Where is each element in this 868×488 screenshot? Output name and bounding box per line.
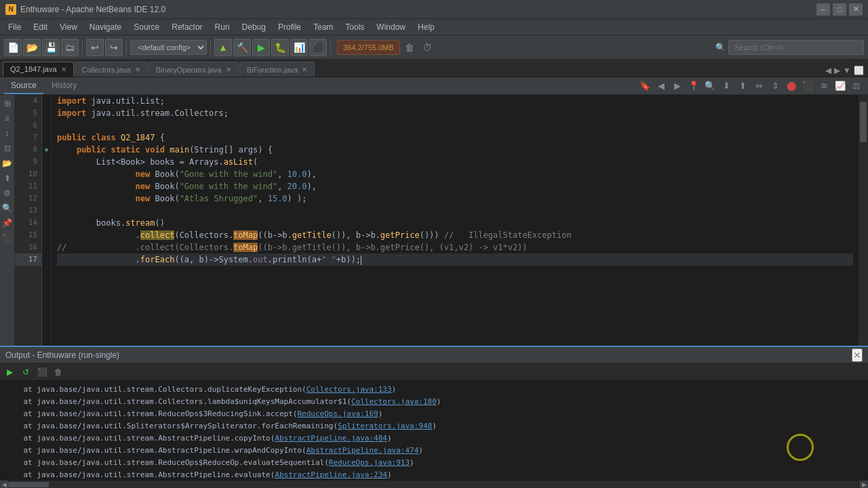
code-line-10: new Book("Gone with the wind", 10.0), bbox=[57, 168, 853, 180]
toggle-bookmarks-button[interactable]: 🔖 bbox=[637, 79, 652, 94]
undo-button[interactable]: ↩ bbox=[86, 39, 104, 56]
tab-q2[interactable]: Q2_1847.java ✕ bbox=[3, 62, 74, 77]
find-prev-button[interactable]: ⬆ bbox=[735, 79, 750, 94]
sidebar-icon-3[interactable]: ↕ bbox=[1, 127, 14, 140]
sidebar-icon-10[interactable]: ⬛ bbox=[1, 232, 14, 244]
tab-nav-left[interactable]: ◀ bbox=[824, 64, 833, 77]
sidebar-icon-8[interactable]: 🔍 bbox=[1, 202, 14, 214]
scrollbar-thumb[interactable] bbox=[860, 102, 867, 142]
sidebar-icon-2[interactable]: ≡ bbox=[1, 113, 14, 125]
tab-collectors[interactable]: Collectors.java ✕ bbox=[75, 62, 148, 77]
link-collectors-180[interactable]: Collectors.java:180 bbox=[351, 397, 437, 406]
code-editor[interactable]: 4 5 6 7 8 9 10 11 12 13 14 15 16 17 bbox=[15, 95, 868, 346]
next-button[interactable]: ▶ bbox=[670, 79, 685, 94]
chart-button[interactable]: 📈 bbox=[833, 79, 848, 94]
search-input[interactable] bbox=[728, 40, 864, 55]
stop-here-button[interactable]: ⬛ bbox=[800, 79, 815, 94]
menu-bar: File Edit View Navigate Source Refactor … bbox=[0, 19, 868, 35]
breakpoint-button[interactable]: ⬤ bbox=[784, 79, 799, 94]
profile-project-button[interactable]: 📊 bbox=[290, 39, 308, 56]
editor-scrollbar[interactable] bbox=[859, 95, 868, 346]
link-collectors-133[interactable]: Collectors.java:133 bbox=[307, 385, 392, 394]
link-spliterators-948[interactable]: Spliterators.java:948 bbox=[338, 422, 432, 430]
code-content[interactable]: import java.util.List; import java.util.… bbox=[52, 95, 859, 346]
save-button[interactable]: 💾 bbox=[42, 39, 60, 56]
tab-bifunction-close[interactable]: ✕ bbox=[302, 66, 307, 73]
output-run-button[interactable]: ▶ bbox=[3, 365, 16, 379]
sidebar-icon-7[interactable]: ⚙ bbox=[1, 187, 14, 199]
link-reduceops-913[interactable]: ReduceOps.java:913 bbox=[329, 458, 410, 467]
link-abstractpipeline-474[interactable]: AbstractPipeline.java:474 bbox=[307, 446, 419, 455]
tab-binaryoperator[interactable]: BinaryOperator.java ✕ bbox=[149, 62, 239, 77]
search-code-button[interactable]: 🔍 bbox=[703, 79, 717, 94]
menu-team[interactable]: Team bbox=[308, 20, 338, 35]
stop-button[interactable]: ⬛ bbox=[309, 39, 327, 56]
output-stop-button[interactable]: ⬛ bbox=[35, 365, 49, 379]
toggle-match-button[interactable]: ⇕ bbox=[768, 79, 783, 94]
find-button[interactable]: ⬇ bbox=[719, 79, 734, 94]
menu-run[interactable]: Run bbox=[210, 20, 235, 35]
output-clear-button[interactable]: 🗑 bbox=[52, 365, 65, 379]
line-num-9: 9 bbox=[15, 156, 41, 168]
redo-button[interactable]: ↪ bbox=[105, 39, 123, 56]
hscroll-right[interactable]: ▶ bbox=[860, 481, 868, 489]
run-project-button[interactable]: ▶ bbox=[252, 39, 270, 56]
gc-button[interactable]: 🗑 bbox=[401, 39, 418, 56]
prev-button[interactable]: ◀ bbox=[654, 79, 669, 94]
sidebar-icon-5[interactable]: 📂 bbox=[1, 157, 14, 169]
toggle-find-button[interactable]: ⇔ bbox=[751, 79, 766, 94]
diff2-button[interactable]: ⚖ bbox=[849, 79, 864, 94]
menu-debug[interactable]: Debug bbox=[237, 20, 271, 35]
output-close-button[interactable]: ✕ bbox=[852, 348, 863, 362]
tab-nav-menu[interactable]: ▼ bbox=[842, 64, 852, 77]
link-abstractpipeline-484[interactable]: AbstractPipeline.java:484 bbox=[275, 434, 387, 443]
sidebar-icon-6[interactable]: ⬆ bbox=[1, 172, 14, 184]
output-hscrollbar[interactable]: ◀ ▶ bbox=[0, 480, 868, 488]
fold-6 bbox=[42, 119, 51, 131]
save-all-button[interactable]: 🗂 bbox=[61, 39, 79, 56]
history-tab[interactable]: History bbox=[45, 78, 83, 94]
tab-collectors-close[interactable]: ✕ bbox=[135, 66, 140, 73]
tab-bifunction[interactable]: BiFunction.java ✕ bbox=[239, 62, 315, 77]
link-abstractpipeline-234[interactable]: AbstractPipeline.java:234 bbox=[275, 470, 387, 479]
editor-toolbar: 🔖 ◀ ▶ 📍 🔍 ⬇ ⬆ ⇔ ⇕ ⬤ ⬛ ≋ 📈 ⚖ bbox=[637, 79, 864, 94]
tab-q2-close[interactable]: ✕ bbox=[61, 66, 66, 73]
source-tab[interactable]: Source bbox=[4, 78, 43, 94]
diff-button[interactable]: ≋ bbox=[816, 79, 831, 94]
open-button[interactable]: 📂 bbox=[23, 39, 41, 56]
build-project-button[interactable]: ▲ bbox=[214, 39, 232, 56]
debug-project-button[interactable]: 🐛 bbox=[271, 39, 289, 56]
link-reduceops-169[interactable]: ReduceOps.java:169 bbox=[297, 409, 378, 418]
menu-view[interactable]: View bbox=[54, 20, 83, 35]
menu-tools[interactable]: Tools bbox=[340, 20, 370, 35]
close-button[interactable]: ✕ bbox=[849, 3, 863, 16]
new-file-button[interactable]: 📄 bbox=[4, 39, 22, 56]
sidebar-icon-9[interactable]: 📌 bbox=[1, 217, 14, 229]
menu-window[interactable]: Window bbox=[371, 20, 411, 35]
menu-source[interactable]: Source bbox=[128, 20, 165, 35]
tab-maximize[interactable]: ⬜ bbox=[852, 64, 865, 77]
maximize-button[interactable]: □ bbox=[833, 3, 846, 16]
minimize-button[interactable]: ─ bbox=[816, 3, 830, 16]
last-edit-button[interactable]: 📍 bbox=[686, 79, 701, 94]
menu-help[interactable]: Help bbox=[412, 20, 440, 35]
hscroll-thumb[interactable] bbox=[8, 482, 49, 487]
out-line-6: at java.base/java.util.stream.ReduceOps$… bbox=[5, 457, 863, 469]
gc2-button[interactable]: ⏱ bbox=[419, 39, 435, 56]
menu-file[interactable]: File bbox=[3, 20, 26, 35]
config-dropdown[interactable]: <default config> bbox=[130, 40, 207, 55]
output-toolbar: ▶ ↺ ⬛ 🗑 bbox=[0, 363, 868, 381]
fold-16 bbox=[42, 241, 51, 253]
menu-refactor[interactable]: Refactor bbox=[166, 20, 208, 35]
clean-build-button[interactable]: 🔨 bbox=[233, 39, 251, 56]
hscroll-left[interactable]: ◀ bbox=[0, 481, 8, 489]
output-rerun-button[interactable]: ↺ bbox=[19, 365, 33, 379]
sidebar-icon-1[interactable]: ⊞ bbox=[1, 98, 14, 110]
sidebar-icon-4[interactable]: ⊟ bbox=[1, 142, 14, 155]
menu-edit[interactable]: Edit bbox=[28, 20, 53, 35]
menu-navigate[interactable]: Navigate bbox=[84, 20, 127, 35]
tab-binaryoperator-close[interactable]: ✕ bbox=[226, 66, 231, 73]
fold-8[interactable]: ▼ bbox=[42, 144, 51, 156]
menu-profile[interactable]: Profile bbox=[273, 20, 307, 35]
tab-nav-right[interactable]: ▶ bbox=[833, 64, 842, 77]
